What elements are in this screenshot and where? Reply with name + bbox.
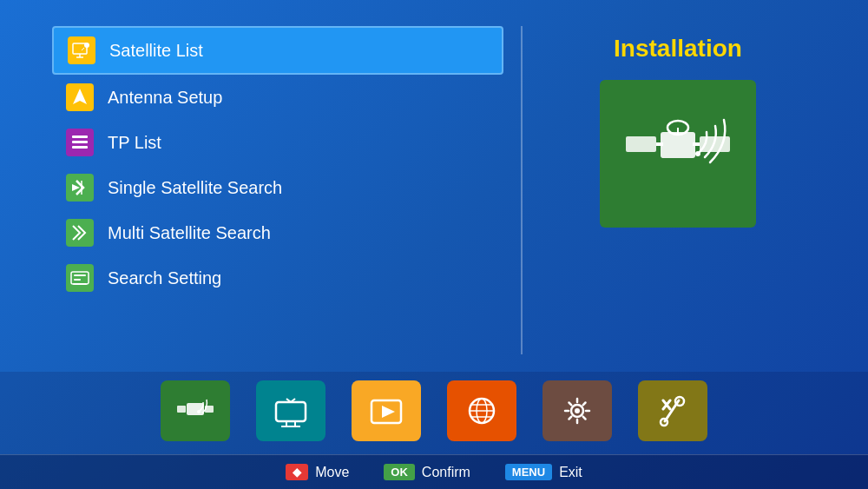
- content-area: Satellite List Antenna Setup: [0, 0, 868, 372]
- svg-rect-17: [656, 142, 663, 146]
- svg-rect-15: [626, 136, 656, 152]
- svg-rect-26: [276, 402, 306, 421]
- menu-item-search-setting[interactable]: Search Setting: [52, 255, 503, 301]
- bottom-icon-satellite[interactable]: [161, 380, 230, 441]
- vertical-divider: [521, 26, 523, 354]
- svg-rect-7: [72, 141, 88, 143]
- bottom-icon-settings[interactable]: [542, 380, 612, 441]
- multi-satellite-search-label: Multi Satellite Search: [108, 223, 271, 243]
- svg-rect-12: [74, 279, 81, 281]
- move-label: Move: [315, 465, 349, 480]
- svg-rect-13: [73, 283, 87, 285]
- menu-panel: Satellite List Antenna Setup: [52, 26, 503, 354]
- move-btn: ◆: [286, 464, 308, 480]
- main-container: Satellite List Antenna Setup: [0, 0, 868, 489]
- svg-point-25: [197, 410, 201, 413]
- right-panel: Installation: [540, 26, 816, 354]
- svg-point-21: [695, 151, 700, 156]
- svg-rect-8: [72, 146, 88, 149]
- bottom-icon-web[interactable]: [447, 380, 516, 441]
- menu-item-antenna-setup[interactable]: Antenna Setup: [52, 75, 503, 120]
- svg-point-3: [84, 43, 89, 48]
- svg-rect-18: [693, 142, 700, 146]
- svg-rect-14: [661, 132, 695, 158]
- bottom-icon-tv[interactable]: [256, 380, 326, 441]
- satellite-image-box: [600, 80, 756, 228]
- status-bar: ◆ Move OK Confirm MENU Exit: [0, 454, 868, 489]
- bottom-icon-media[interactable]: [352, 380, 421, 441]
- icon-bar: [0, 372, 868, 454]
- panel-title: Installation: [614, 35, 742, 63]
- single-search-icon: [66, 174, 94, 202]
- single-satellite-search-label: Single Satellite Search: [108, 178, 282, 198]
- bottom-icon-tools[interactable]: [638, 380, 707, 441]
- menu-item-single-satellite-search[interactable]: Single Satellite Search: [52, 165, 503, 210]
- ok-btn: OK: [384, 464, 415, 480]
- exit-label: Exit: [559, 465, 582, 480]
- svg-marker-5: [73, 89, 87, 104]
- menu-item-satellite-list[interactable]: Satellite List: [52, 26, 503, 75]
- search-setting-icon: [66, 264, 94, 292]
- confirm-status: OK Confirm: [384, 464, 470, 480]
- antenna-icon: [66, 83, 94, 111]
- svg-line-4: [82, 48, 84, 50]
- svg-rect-10: [71, 272, 89, 284]
- satellite-list-icon: [68, 36, 95, 64]
- exit-status: MENU Exit: [505, 464, 582, 480]
- menu-item-tp-list[interactable]: TP List: [52, 120, 503, 165]
- tp-list-label: TP List: [108, 133, 161, 153]
- satellite-list-label: Satellite List: [109, 41, 203, 61]
- search-setting-label: Search Setting: [108, 268, 221, 288]
- confirm-label: Confirm: [422, 465, 470, 480]
- multi-search-icon: [66, 219, 94, 247]
- svg-rect-11: [74, 274, 86, 276]
- antenna-setup-label: Antenna Setup: [108, 88, 222, 108]
- svg-rect-23: [177, 406, 186, 413]
- move-status: ◆ Move: [286, 464, 349, 480]
- menu-item-multi-satellite-search[interactable]: Multi Satellite Search: [52, 210, 503, 255]
- svg-rect-6: [72, 135, 88, 138]
- menu-btn: MENU: [505, 464, 552, 480]
- svg-point-40: [575, 408, 580, 413]
- svg-marker-33: [382, 406, 395, 418]
- tp-list-icon: [66, 129, 94, 156]
